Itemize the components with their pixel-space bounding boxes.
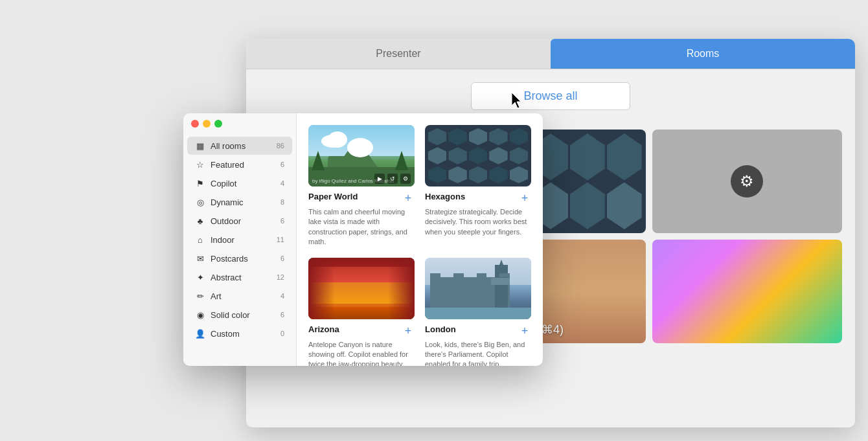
room-info-london: London + [425,324,531,337]
sidebar-item-copilot[interactable]: ⚑ Copilot 4 [187,174,292,192]
room-name-paper-world: Paper World [308,192,358,201]
sidebar-item-featured[interactable]: ☆ Featured 6 [187,155,292,174]
room-desc-hexagons: Strategize strategically. Decide decisiv… [425,207,531,237]
leaf-icon: ♣ [195,216,205,226]
settings-icon[interactable]: ⚙ [400,174,411,184]
room-desc-arizona: Antelope Canyon is nature showing off. C… [308,340,415,366]
sidebar-item-outdoor[interactable]: ♣ Outdoor 6 [187,212,292,230]
postcard-icon: ✉ [195,253,205,264]
bg-tabs: Presenter Rooms [246,39,855,69]
rooms-content: by iñigo Quílez and Carlos Rocafort ▶ ↺ … [297,113,543,366]
brush-icon: ✏ [195,291,205,301]
room-hexagons: Hexagons + Strategize strategically. Dec… [420,120,536,253]
gear-icon: ⚙ [731,165,763,198]
room-london: London + Look, kids, there's Big Ben, an… [420,253,536,366]
sparkle-icon: ✦ [195,272,205,282]
bg-room-card-3[interactable]: ⚙ [652,130,842,233]
color-icon: ◉ [195,310,205,320]
main-window: ▦ All rooms 86 ☆ Featured 6 ⚑ Copilot 4 … [183,113,543,366]
home-icon: ⌂ [195,234,205,245]
info-icon[interactable]: ▶ [374,174,385,184]
room-thumbnail-london[interactable] [425,258,531,319]
add-london-button[interactable]: + [518,324,531,337]
bg-room-card-6[interactable] [652,240,842,343]
rooms-grid: by iñigo Quílez and Carlos Rocafort ▶ ↺ … [297,113,543,366]
room-info-hexagons: Hexagons + [425,192,531,205]
room-paper-world: by iñigo Quílez and Carlos Rocafort ▶ ↺ … [303,120,420,253]
sidebar-item-dynamic[interactable]: ◎ Dynamic 8 [187,193,292,211]
sidebar-item-postcards[interactable]: ✉ Postcards 6 [187,249,292,267]
room-name-arizona: Arizona [308,324,339,334]
room-desc-london: Look, kids, there's Big Ben, and there's… [425,340,531,366]
tab-rooms[interactable]: Rooms [551,39,855,69]
add-paper-world-button[interactable]: + [402,192,415,205]
add-hexagons-button[interactable]: + [518,192,531,205]
room-thumbnail-arizona[interactable] [308,258,415,319]
grid-icon: ▦ [195,141,205,151]
person-icon: 👤 [195,328,205,339]
sidebar-item-art[interactable]: ✏ Art 4 [187,287,292,305]
sidebar-item-all-rooms[interactable]: ▦ All rooms 86 [187,137,292,155]
maximize-button[interactable] [214,120,222,128]
close-button[interactable] [191,120,199,128]
room-info-paper-world: Paper World + [308,192,415,205]
room-thumbnail-paper-world[interactable]: by iñigo Quílez and Carlos Rocafort ▶ ↺ … [308,125,415,187]
traffic-lights [191,120,222,128]
room-thumbnail-hexagons[interactable] [425,125,531,187]
refresh-icon[interactable]: ↺ [387,174,398,184]
add-arizona-button[interactable]: + [402,324,415,337]
room-name-london: London [425,324,456,334]
sidebar-item-indoor[interactable]: ⌂ Indoor 11 [187,231,292,249]
tab-presenter[interactable]: Presenter [246,39,551,69]
room-arizona: Arizona + Antelope Canyon is nature show… [303,253,420,366]
browse-all-button[interactable]: Browse all [471,82,630,110]
sidebar-item-abstract[interactable]: ✦ Abstract 12 [187,268,292,286]
room-name-hexagons: Hexagons [425,192,465,201]
minimize-button[interactable] [203,120,211,128]
paper-world-icons: ▶ ↺ ⚙ [374,174,411,184]
flag-icon: ⚑ [195,178,205,188]
fire-icon: ◎ [195,197,205,207]
room-info-arizona: Arizona + [308,324,415,337]
sidebar-item-solid-color[interactable]: ◉ Solid color 6 [187,306,292,324]
star-icon: ☆ [195,159,205,170]
sidebar: ▦ All rooms 86 ☆ Featured 6 ⚑ Copilot 4 … [183,113,297,366]
sidebar-item-custom[interactable]: 👤 Custom 0 [187,324,292,343]
room-desc-paper-world: This calm and cheerful moving lake vista… [308,207,415,247]
